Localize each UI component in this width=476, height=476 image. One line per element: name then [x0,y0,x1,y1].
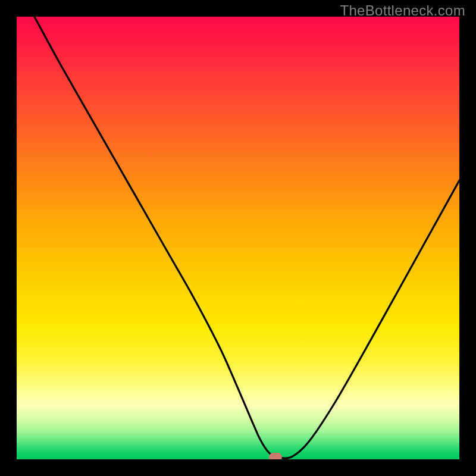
watermark-text: TheBottleneck.com [340,2,465,19]
bottleneck-curve [17,17,459,459]
optimum-marker-icon [269,453,282,459]
chart-frame: TheBottleneck.com [0,0,476,476]
plot-area [17,17,459,459]
